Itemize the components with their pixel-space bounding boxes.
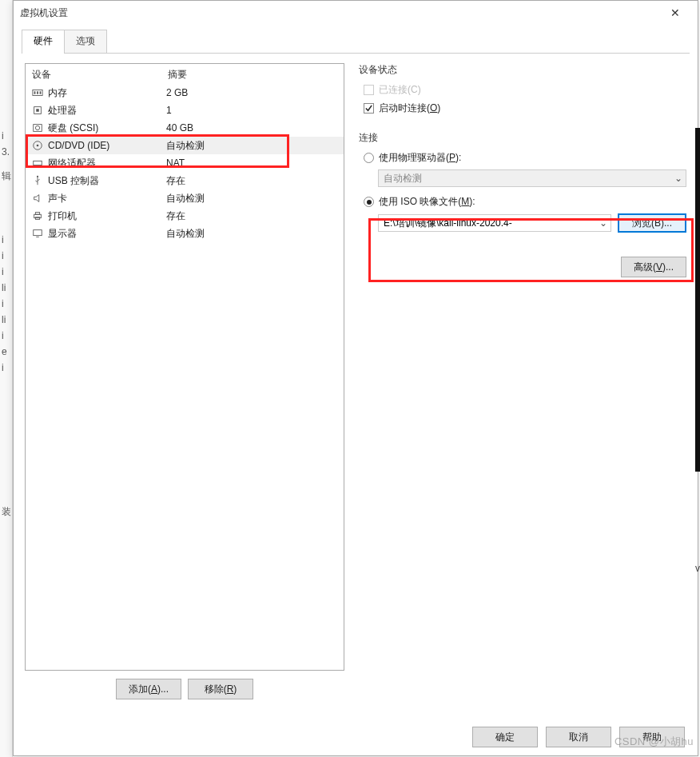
svg-point-12 — [37, 176, 38, 177]
hdd-icon — [30, 122, 45, 134]
printer-icon — [30, 209, 45, 222]
connection-group: 连接 使用物理驱动器(P): 自动检测 ⌄ 使用 ISO 映像文件(M): — [359, 131, 686, 233]
physical-drive-label: 使用物理驱动器(P): — [379, 151, 461, 165]
col-device: 设备 — [32, 68, 168, 82]
iso-path-combo[interactable]: E:\培训\镜像\kali-linux-2020.4- ⌄ — [378, 214, 611, 232]
device-row-display[interactable]: 显示器 自动检测 — [26, 225, 344, 242]
device-row-cpu[interactable]: 处理器 1 — [26, 102, 344, 119]
titlebar: 虚拟机设置 ✕ — [14, 1, 698, 25]
display-icon — [30, 227, 45, 240]
dialog-footer: 确定 取消 帮助 — [472, 727, 685, 747]
memory-icon — [30, 86, 45, 99]
svg-point-7 — [35, 126, 39, 129]
device-list-header: 设备 摘要 — [26, 64, 344, 84]
right-v-char: v — [695, 563, 700, 574]
connected-label: 已连接(C) — [379, 83, 421, 97]
sound-icon — [30, 192, 45, 205]
chevron-down-icon: ⌄ — [671, 173, 686, 184]
svg-rect-1 — [34, 91, 36, 94]
iso-radio[interactable] — [364, 197, 374, 207]
connect-at-poweron-label: 启动时连接(O) — [379, 102, 440, 115]
left-edge-chars: i3.辑 iiiliiliiei 装 — [0, 128, 11, 520]
help-button[interactable]: 帮助 — [619, 727, 685, 747]
iso-path-text: E:\培训\镜像\kali-linux-2020.4- — [379, 217, 596, 230]
device-row-network[interactable]: 网络适配器 NAT — [26, 154, 344, 172]
svg-rect-16 — [34, 230, 42, 236]
cancel-button[interactable]: 取消 — [546, 727, 611, 747]
svg-rect-2 — [37, 91, 38, 94]
disc-icon — [30, 139, 45, 152]
svg-rect-3 — [40, 91, 42, 94]
window-title: 虚拟机设置 — [20, 6, 659, 20]
device-status-title: 设备状态 — [359, 63, 686, 77]
svg-point-9 — [37, 145, 39, 147]
connection-title: 连接 — [359, 131, 686, 145]
add-button[interactable]: 添加(A)... — [116, 679, 181, 699]
connected-checkbox — [364, 85, 374, 95]
close-button[interactable]: ✕ — [659, 6, 691, 19]
browse-button[interactable]: 浏览(B)... — [618, 213, 686, 233]
chevron-down-icon[interactable]: ⌄ — [596, 217, 611, 229]
cpu-icon — [30, 104, 45, 117]
svg-rect-10 — [34, 161, 42, 165]
remove-button[interactable]: 移除(R) — [188, 679, 253, 699]
device-row-hdd[interactable]: 硬盘 (SCSI) 40 GB — [26, 119, 344, 137]
device-row-printer[interactable]: 打印机 存在 — [26, 207, 344, 225]
vm-settings-dialog: 虚拟机设置 ✕ 硬件 选项 设备 摘要 内存 2 GB 处理器 1 — [13, 0, 698, 756]
physical-drive-combo: 自动检测 ⌄ — [378, 169, 686, 187]
svg-rect-5 — [36, 109, 39, 112]
right-dark-strip — [695, 128, 700, 472]
physical-drive-radio[interactable] — [364, 153, 374, 163]
device-row-memory[interactable]: 内存 2 GB — [26, 84, 344, 102]
svg-rect-14 — [35, 213, 39, 215]
advanced-button[interactable]: 高级(V)... — [621, 257, 686, 277]
tab-options[interactable]: 选项 — [64, 30, 107, 53]
device-row-usb[interactable]: USB 控制器 存在 — [26, 172, 344, 189]
device-row-cddvd[interactable]: CD/DVD (IDE) 自动检测 — [26, 137, 344, 154]
tabs: 硬件 选项 — [22, 30, 690, 54]
connect-at-poweron-checkbox[interactable] — [364, 103, 374, 114]
tab-hardware[interactable]: 硬件 — [22, 30, 65, 53]
usb-icon — [30, 174, 45, 187]
ok-button[interactable]: 确定 — [472, 727, 538, 747]
iso-label: 使用 ISO 映像文件(M): — [379, 195, 475, 209]
col-summary: 摘要 — [168, 68, 187, 82]
device-row-sound[interactable]: 声卡 自动检测 — [26, 189, 344, 207]
device-list[interactable]: 设备 摘要 内存 2 GB 处理器 1 硬盘 (SCSI) 40 GB — [25, 63, 344, 671]
device-status-group: 设备状态 已连接(C) 启动时连接(O) — [359, 63, 686, 120]
network-icon — [30, 157, 45, 169]
